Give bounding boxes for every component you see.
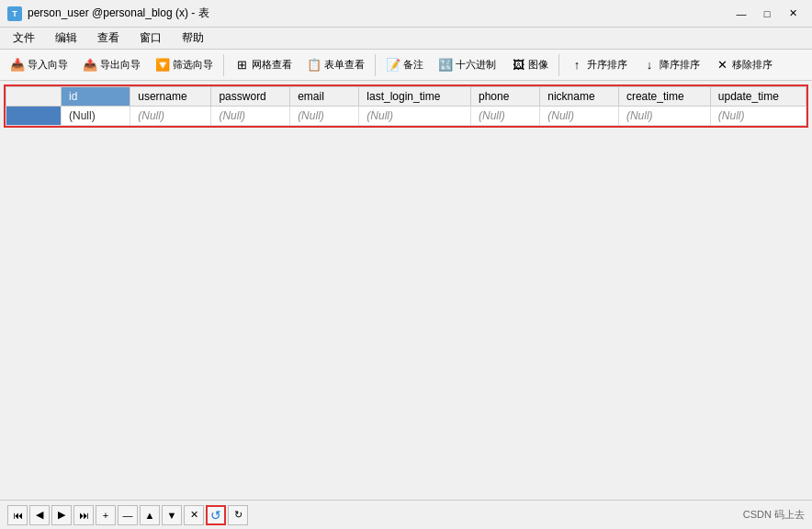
delete-row-button[interactable]: — [118, 505, 138, 525]
separator-3 [558, 54, 559, 76]
image-icon: 🖼 [511, 58, 525, 73]
col-header-password[interactable]: password [211, 87, 290, 107]
col-header-email[interactable]: email [290, 87, 359, 107]
window-title: person_user @personal_blog (x) - 表 [28, 6, 209, 21]
minimize-button[interactable]: — [729, 5, 753, 23]
table-header: id username password email last_login_ti… [6, 87, 806, 107]
refresh-button[interactable]: ↺ [206, 505, 226, 525]
table-body: ▶ (Null) (Null) (Null) (Null) (Null) (Nu… [6, 107, 806, 126]
title-bar-controls: — □ ✕ [729, 5, 805, 23]
comment-button[interactable]: 📝 备注 [379, 52, 430, 78]
col-header-nickname[interactable]: nickname [540, 87, 619, 107]
form-icon: 📋 [307, 58, 321, 73]
row-indicator: ▶ [6, 107, 62, 126]
grid-label: 网格查看 [252, 58, 292, 72]
cell-id[interactable]: (Null) [62, 107, 130, 126]
menu-edit[interactable]: 编辑 [46, 28, 86, 49]
separator-2 [375, 54, 376, 76]
title-bar-left: T person_user @personal_blog (x) - 表 [7, 6, 209, 21]
col-header-create-time[interactable]: create_time [618, 87, 710, 107]
menu-help[interactable]: 帮助 [173, 28, 213, 49]
commit-button[interactable]: ↻ [228, 505, 248, 525]
cell-update-time[interactable]: (Null) [710, 107, 806, 126]
import-label: 导入向导 [28, 58, 68, 72]
remove-sort-button[interactable]: ✕ 移除排序 [708, 52, 779, 78]
row-indicator-header [6, 87, 62, 107]
cancel-edit-button[interactable]: ✕ [184, 505, 204, 525]
title-bar: T person_user @personal_blog (x) - 表 — □… [0, 0, 812, 28]
col-header-update-time[interactable]: update_time [710, 87, 806, 107]
menu-bar: 文件 编辑 查看 窗口 帮助 [0, 28, 812, 50]
filter-wizard-button[interactable]: 🔽 筛选向导 [149, 52, 220, 78]
cell-phone[interactable]: (Null) [471, 107, 540, 126]
menu-file[interactable]: 文件 [4, 28, 44, 49]
col-header-username[interactable]: username [130, 87, 211, 107]
import-icon: 📥 [10, 58, 25, 73]
branding: CSDN 码上去 [743, 508, 805, 522]
menu-window[interactable]: 窗口 [130, 28, 171, 49]
hex-button[interactable]: 🔣 十六进制 [432, 52, 502, 78]
export-label: 导出向导 [100, 58, 141, 72]
sort-desc-label: 降序排序 [660, 58, 700, 72]
col-header-last-login-time[interactable]: last_login_time [359, 87, 471, 107]
table-row[interactable]: ▶ (Null) (Null) (Null) (Null) (Null) (Nu… [6, 107, 806, 126]
remove-sort-icon: ✕ [715, 58, 729, 73]
sort-desc-button[interactable]: ↓ 降序排序 [636, 52, 706, 78]
sort-desc-icon: ↓ [642, 58, 657, 73]
import-wizard-button[interactable]: 📥 导入向导 [4, 52, 74, 78]
app-icon: T [7, 6, 22, 21]
cell-email[interactable]: (Null) [290, 107, 359, 126]
bottom-controls: ⏮ ◀ ▶ ⏭ + — ▲ ▼ ✕ ↺ ↻ [7, 505, 248, 525]
form-view-button[interactable]: 📋 表单查看 [300, 52, 371, 78]
cell-username[interactable]: (Null) [130, 107, 211, 126]
remove-sort-label: 移除排序 [732, 58, 773, 72]
image-label: 图像 [528, 58, 548, 72]
col-header-id[interactable]: id [62, 87, 130, 107]
bottom-bar: ⏮ ◀ ▶ ⏭ + — ▲ ▼ ✕ ↺ ↻ CSDN 码上去 [0, 500, 812, 529]
export-icon: 📤 [83, 58, 97, 73]
sort-asc-label: 升序排序 [587, 58, 627, 72]
nav-first-button[interactable]: ⏮ [7, 505, 28, 525]
data-table: id username password email last_login_ti… [6, 86, 806, 126]
hex-label: 十六进制 [456, 58, 496, 72]
export-wizard-button[interactable]: 📤 导出向导 [76, 52, 147, 78]
grid-icon: ⊞ [234, 58, 249, 73]
filter-icon: 🔽 [155, 58, 170, 73]
col-header-phone[interactable]: phone [471, 87, 540, 107]
table-area: id username password email last_login_ti… [4, 84, 808, 128]
comment-icon: 📝 [386, 58, 400, 73]
image-button[interactable]: 🖼 图像 [504, 52, 555, 78]
cell-last-login-time[interactable]: (Null) [359, 107, 471, 126]
menu-view[interactable]: 查看 [88, 28, 129, 49]
move-down-button[interactable]: ▼ [162, 505, 182, 525]
maximize-button[interactable]: □ [755, 5, 779, 23]
nav-next-button[interactable]: ▶ [51, 505, 72, 525]
add-row-button[interactable]: + [96, 505, 116, 525]
comment-label: 备注 [403, 58, 423, 72]
cell-password[interactable]: (Null) [211, 107, 290, 126]
sort-asc-button[interactable]: ↑ 升序排序 [563, 52, 634, 78]
separator-1 [223, 54, 224, 76]
nav-prev-button[interactable]: ◀ [29, 505, 50, 525]
move-up-button[interactable]: ▲ [140, 505, 160, 525]
toolbar: 📥 导入向导 📤 导出向导 🔽 筛选向导 ⊞ 网格查看 📋 表单查看 📝 备注 … [0, 50, 812, 81]
filter-label: 筛选向导 [173, 58, 213, 72]
hex-icon: 🔣 [438, 58, 453, 73]
close-button[interactable]: ✕ [781, 5, 805, 23]
grid-view-button[interactable]: ⊞ 网格查看 [228, 52, 299, 78]
sort-asc-icon: ↑ [570, 58, 584, 73]
cell-create-time[interactable]: (Null) [618, 107, 710, 126]
cell-nickname[interactable]: (Null) [540, 107, 619, 126]
form-label: 表单查看 [324, 58, 365, 72]
nav-last-button[interactable]: ⏭ [73, 505, 94, 525]
